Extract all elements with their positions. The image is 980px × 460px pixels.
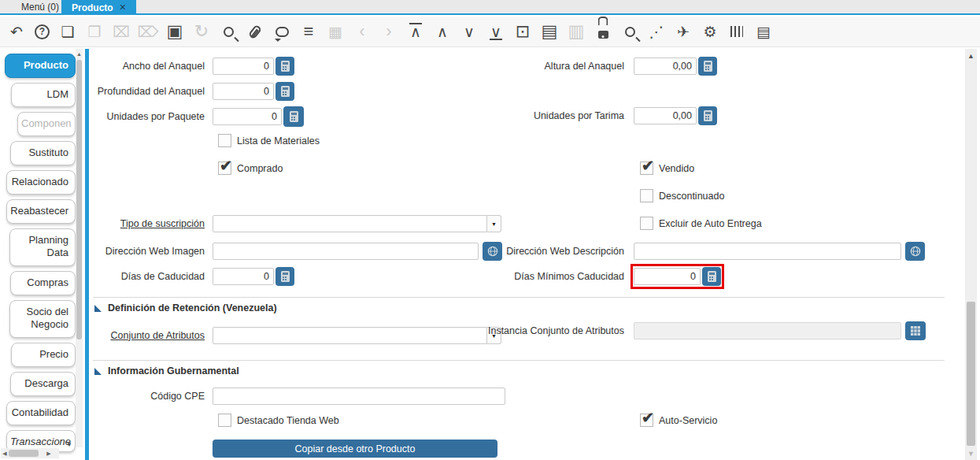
scroll-right-icon[interactable]: ▶ [45, 451, 53, 457]
sidebar-tab-socio-del-negocio[interactable]: Socio del Negocio [9, 300, 76, 338]
excluir-auto-entrega-checkbox[interactable] [640, 217, 653, 230]
workflow-icon[interactable]: ⋰ [648, 22, 665, 41]
calculator-icon [708, 271, 716, 282]
comprado-checkbox[interactable] [218, 161, 231, 175]
ancho-anaquel-input[interactable] [213, 58, 274, 75]
lista-materiales-checkbox[interactable] [218, 134, 231, 147]
find-icon[interactable] [220, 22, 237, 41]
calculator-button[interactable] [276, 267, 294, 286]
private-record-lock-icon[interactable] [594, 22, 612, 41]
direccion-web-imagen-input[interactable] [213, 243, 479, 260]
scroll-up-icon[interactable]: ▲ [76, 51, 83, 57]
descontinuado-checkbox[interactable] [640, 189, 653, 202]
chat-icon[interactable] [273, 22, 290, 41]
next-record-icon[interactable]: ∨ [460, 22, 478, 41]
direccion-web-descripcion-input[interactable] [634, 243, 901, 260]
help-panel-icon[interactable]: ▤ [755, 22, 772, 41]
checkbox-label: Vendido [659, 163, 694, 174]
field-row: Altura del Anaquel [447, 57, 717, 76]
sidebar-tab-ldm[interactable]: LDM [11, 83, 76, 107]
calculator-button[interactable] [698, 106, 717, 125]
parent-next-icon[interactable]: › [380, 22, 398, 41]
grid-toggle-icon[interactable]: ≡ [300, 22, 317, 41]
dropdown-button[interactable] [487, 215, 501, 232]
archive-icon[interactable]: ▤ [541, 22, 558, 41]
auto-servicio-checkbox[interactable] [640, 414, 653, 427]
unidades-tarima-input[interactable] [634, 107, 697, 124]
tipo-suscripcion-input[interactable] [213, 215, 487, 232]
sidebar-tab-contabilidad[interactable]: Contabilidad [6, 401, 76, 425]
web-url-button[interactable] [905, 242, 925, 261]
codigo-cpe-input[interactable] [213, 388, 505, 405]
sidebar-tab-descarga[interactable]: Descarga [10, 372, 76, 396]
previous-record-icon[interactable]: ∧ [434, 22, 451, 41]
product-info-icon[interactable] [728, 22, 745, 41]
sidebar-tab-relacionado[interactable]: Relacionado [6, 170, 76, 195]
new-record-icon[interactable]: ❏ [59, 22, 76, 41]
refresh-icon[interactable]: ↻ [193, 22, 210, 41]
tipo-suscripcion-label[interactable]: Tipo de suscripción [89, 218, 205, 230]
calculator-button[interactable] [698, 57, 717, 76]
main-vertical-scrollbar[interactable]: ▲ ▼ [965, 49, 977, 460]
destacado-tienda-web-checkbox[interactable] [218, 414, 231, 427]
tab-producto[interactable]: Producto× [61, 0, 136, 15]
sidebar-tab-producto[interactable]: Producto [5, 54, 76, 78]
undo-icon[interactable]: ↶ [8, 22, 25, 41]
save-icon[interactable]: ▣ [166, 22, 183, 41]
sidebar-vertical-scrollbar[interactable]: ▲ [76, 49, 83, 447]
scroll-up-icon[interactable]: ▲ [965, 52, 977, 60]
sidebar-horizontal-scrollbar[interactable]: ◀ ▶ [1, 448, 59, 458]
sidebar-tab-sustituto[interactable]: Sustituto [10, 141, 76, 165]
report-icon[interactable]: ⊡ [514, 22, 531, 41]
profundidad-anaquel-input[interactable] [213, 83, 274, 100]
tab-overflow-icon[interactable]: ▼ [66, 439, 72, 451]
delete-selection-icon[interactable]: ⌦ [139, 22, 157, 41]
field-label: Unidades por Tarima [447, 110, 624, 122]
scroll-down-icon[interactable]: ▼ [965, 450, 977, 458]
dias-minimos-caducidad-input[interactable] [634, 268, 701, 285]
section-header[interactable]: Información Gubernamental [94, 365, 239, 377]
copy-record-icon[interactable]: ❐ [86, 22, 103, 41]
send-mail-icon[interactable]: ✈ [675, 22, 692, 41]
instancia-conjunto-atributos-input[interactable] [634, 322, 901, 339]
last-record-icon[interactable]: ∨ [487, 22, 505, 41]
calculator-button[interactable] [283, 106, 304, 127]
tab-menu[interactable]: Menú (0) [11, 0, 69, 15]
preferences-icon[interactable]: ⚙ [701, 22, 719, 41]
first-record-icon[interactable]: ∧ [407, 22, 424, 41]
sidebar-tab-planning-data[interactable]: Planning Data [9, 228, 76, 266]
calculator-button[interactable] [276, 82, 294, 101]
copiar-desde-otro-producto-button[interactable]: Copiar desde otro Producto [213, 440, 497, 458]
sidebar-tab-reabastecer[interactable]: Reabastecer [6, 199, 76, 224]
field-row: Dirección Web Imagen [89, 242, 502, 261]
calendar-icon[interactable]: ▦ [327, 22, 344, 41]
close-tab-icon[interactable]: × [120, 1, 126, 13]
section-header[interactable]: Definición de Retención (Venezuela) [94, 302, 277, 313]
scrollbar-thumb[interactable] [9, 450, 39, 457]
zoom-across-icon[interactable] [621, 22, 638, 41]
parent-previous-icon[interactable]: ‹ [353, 22, 371, 41]
delete-record-icon[interactable]: ⌧ [113, 22, 130, 41]
altura-anaquel-input[interactable] [634, 58, 697, 75]
dias-caducidad-input[interactable] [213, 268, 274, 285]
section-title: Definición de Retención (Venezuela) [108, 302, 277, 313]
sidebar-tab-componentes[interactable]: Componen [17, 112, 76, 136]
help-icon[interactable]: ? [35, 24, 50, 39]
conjunto-atributos-label[interactable]: Conjunto de Atributos [89, 330, 205, 342]
attachment-icon[interactable] [246, 22, 264, 41]
conjunto-atributos-input[interactable] [213, 327, 487, 344]
scroll-left-icon[interactable]: ◀ [1, 451, 9, 457]
print-icon[interactable]: ▥ [568, 22, 585, 41]
scrollbar-thumb[interactable] [76, 60, 82, 339]
sidebar-tab-precio[interactable]: Precio [11, 343, 76, 367]
speech-bubble-icon [276, 27, 289, 37]
vendido-checkbox[interactable] [640, 161, 653, 175]
calculator-button[interactable] [702, 267, 721, 286]
field-label: Altura del Anaquel [447, 61, 624, 72]
grid-icon [911, 326, 920, 336]
sidebar-tab-compras[interactable]: Compras [10, 271, 76, 295]
scrollbar-thumb[interactable] [967, 302, 975, 446]
unidades-paquete-input[interactable] [213, 108, 282, 125]
record-select-button[interactable] [905, 321, 926, 340]
calculator-button[interactable] [276, 57, 294, 76]
